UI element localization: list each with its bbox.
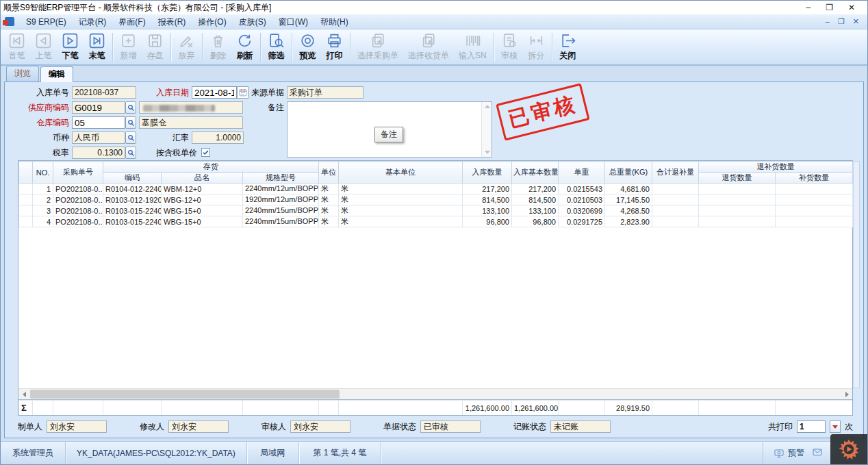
- alert-label: 预警: [788, 447, 804, 459]
- close-form-button[interactable]: 关闭: [554, 31, 581, 64]
- col-return-supply-group[interactable]: 退补货数量: [699, 162, 853, 173]
- scroll-left-icon[interactable]: [18, 389, 29, 399]
- menu-record[interactable]: 记录(R): [73, 14, 113, 29]
- toolbar-separator: [552, 33, 552, 62]
- col-unit-weight[interactable]: 单重: [559, 162, 605, 184]
- col-unit[interactable]: 单位: [319, 162, 339, 184]
- mdi-minimize-button[interactable]: –: [826, 17, 830, 26]
- currency-field: 人民币: [72, 131, 125, 144]
- first-record-button[interactable]: 首笔: [3, 31, 30, 64]
- menu-interface[interactable]: 界面(F): [112, 14, 151, 29]
- toolbar-separator: [494, 33, 494, 62]
- redacted-supplier-name: [143, 105, 215, 112]
- last-record-button[interactable]: 末笔: [84, 31, 110, 64]
- exchange-rate-label: 汇率: [145, 131, 189, 144]
- input-sn-button[interactable]: 输入SN: [454, 31, 492, 64]
- filter-button[interactable]: 筛选: [263, 31, 290, 64]
- alert-button[interactable]: 预警: [763, 442, 804, 464]
- split-button[interactable]: 拆分: [523, 31, 550, 64]
- remark-scrollbar[interactable]: [481, 102, 492, 157]
- grid-table: NO. 采购单号 存货 单位 基本单位 入库数量 入库基本数量 单重 总重量(K…: [18, 161, 853, 227]
- scroll-right-icon[interactable]: [841, 389, 852, 399]
- scrollbar-thumb[interactable]: [30, 390, 340, 399]
- col-po-no[interactable]: 采购单号: [53, 162, 103, 184]
- source-doc-label: 来源单据: [246, 86, 284, 99]
- approved-stamp: 已审核: [496, 83, 590, 140]
- col-inventory-group[interactable]: 存货: [103, 162, 319, 173]
- discard-button[interactable]: 放弃: [173, 31, 200, 64]
- status-bar: 系统管理员 YK_DATA(JAMES-PC\SQL2012:YK_DATA) …: [1, 441, 867, 464]
- account-status-label: 记账状态: [513, 421, 546, 433]
- vertical-scrollbar[interactable]: [853, 161, 860, 388]
- minimize-button[interactable]: –: [806, 1, 810, 14]
- currency-lookup-button[interactable]: [125, 131, 136, 144]
- select-receipt-button[interactable]: 选择收货单: [403, 31, 454, 64]
- exchange-rate-field: 1.0000: [192, 131, 244, 144]
- col-base-qty-in[interactable]: 入库基本数量: [512, 162, 559, 184]
- col-total-weight[interactable]: 总重量(KG): [605, 162, 652, 184]
- menu-skin[interactable]: 皮肤(S): [233, 14, 272, 29]
- table-row[interactable]: 1 PO202108-0...R0104-012-2240-00 WBM-12+…: [19, 184, 853, 194]
- grid-empty-area: [18, 227, 852, 388]
- print-count-dropdown-button[interactable]: [830, 420, 841, 433]
- menu-help[interactable]: 帮助(H): [314, 14, 355, 29]
- close-button[interactable]: ✕: [848, 1, 855, 14]
- row-indicator-header: [19, 162, 33, 184]
- toolbar-separator: [292, 33, 292, 62]
- restore-button[interactable]: ❐: [826, 1, 833, 14]
- mail-button[interactable]: [811, 447, 824, 460]
- remark-tooltip: 备注: [374, 127, 403, 142]
- mail-icon: [811, 447, 824, 457]
- mdi-close-button[interactable]: ✕: [853, 17, 859, 26]
- horizontal-scrollbar[interactable]: [18, 388, 852, 399]
- col-supply-qty[interactable]: 补货数量: [776, 173, 853, 184]
- overlay-widget[interactable]: [830, 434, 867, 464]
- tab-browse[interactable]: 浏览: [6, 66, 39, 81]
- prev-record-button[interactable]: 上笔: [30, 31, 57, 64]
- col-qty-in[interactable]: 入库数量: [463, 162, 512, 184]
- print-button[interactable]: 打印: [321, 31, 348, 64]
- receipt-date-label: 入库日期: [145, 86, 189, 99]
- refresh-button[interactable]: 刷新: [231, 31, 258, 64]
- warehouse-lookup-button[interactable]: [125, 116, 136, 129]
- select-po-button[interactable]: 选择采购单: [353, 31, 403, 64]
- tax-rate-lookup-button[interactable]: [125, 147, 136, 159]
- doc-status-field: 已审核: [420, 420, 481, 433]
- status-database: YK_DATA(JAMES-PC\SQL2012:YK_DATA): [66, 442, 247, 464]
- print-count-input[interactable]: [797, 420, 826, 433]
- col-base-unit[interactable]: 基本单位: [339, 162, 463, 184]
- table-row[interactable]: 2 PO202108-0...R0103-012-1920-00 WBG-12+…: [19, 194, 853, 205]
- col-spec[interactable]: 规格型号: [243, 173, 319, 184]
- table-row[interactable]: 3 PO202108-0...R0103-015-2240-00 WBG-15+…: [19, 205, 853, 216]
- auditor-field: 刘永安: [290, 420, 350, 433]
- total-qty-in: 1,261,600.00: [463, 401, 512, 416]
- delete-button[interactable]: 删除: [205, 31, 231, 64]
- col-code[interactable]: 编码: [103, 173, 162, 184]
- tax-included-checkbox[interactable]: [201, 148, 210, 157]
- account-status-field: 未记账: [550, 420, 611, 433]
- preview-button[interactable]: 预览: [294, 31, 321, 64]
- menu-s9erp[interactable]: S9 ERP(E): [20, 14, 73, 29]
- receipt-date-input[interactable]: [192, 86, 237, 99]
- menu-window[interactable]: 窗口(W): [272, 14, 314, 29]
- menu-report[interactable]: 报表(R): [152, 14, 192, 29]
- col-name[interactable]: 品名: [162, 173, 243, 184]
- supplier-lookup-button[interactable]: [125, 101, 136, 114]
- sigma-symbol: Σ: [19, 401, 33, 416]
- col-no[interactable]: NO.: [33, 162, 53, 184]
- add-button[interactable]: 新增: [115, 31, 142, 64]
- supplier-name-field: [139, 101, 243, 114]
- supplier-code-input[interactable]: [72, 101, 125, 114]
- title-bar: 顺景S9智能ERP管理平台 - 顺景软件科技（东莞）有限公司 - [采购入库单]…: [1, 1, 867, 14]
- tab-edit[interactable]: 编辑: [40, 66, 73, 82]
- warehouse-code-input[interactable]: [72, 116, 125, 129]
- table-row[interactable]: 4 PO202108-0...R0103-015-2240-00 WBG-15+…: [19, 216, 853, 227]
- menu-operate[interactable]: 操作(O): [192, 14, 232, 29]
- col-return-qty[interactable]: 退货数量: [699, 173, 776, 184]
- mdi-restore-button[interactable]: ❐: [838, 17, 845, 26]
- next-record-button[interactable]: 下笔: [57, 31, 84, 64]
- audit-button[interactable]: 审核: [496, 31, 523, 64]
- print-count-area: 共打印 次: [768, 420, 853, 433]
- col-total-return-supply[interactable]: 合计退补量: [652, 162, 699, 184]
- save-button[interactable]: 存盘: [142, 31, 168, 64]
